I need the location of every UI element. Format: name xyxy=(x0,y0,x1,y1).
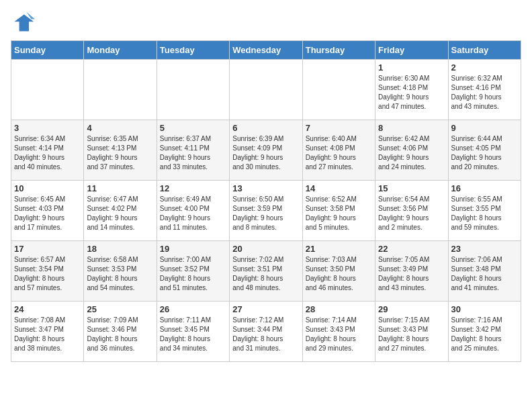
day-info: Sunrise: 7:06 AM Sunset: 3:48 PM Dayligh… xyxy=(451,255,518,293)
day-info: Sunrise: 7:11 AM Sunset: 3:45 PM Dayligh… xyxy=(160,316,226,353)
day-info: Sunrise: 6:52 AM Sunset: 3:58 PM Dayligh… xyxy=(306,195,372,232)
day-number: 18 xyxy=(87,244,153,254)
logo-icon xyxy=(11,11,35,35)
day-number: 27 xyxy=(232,304,299,314)
calendar-cell xyxy=(302,60,375,120)
calendar-cell: 3Sunrise: 6:34 AM Sunset: 4:14 PM Daylig… xyxy=(11,120,84,181)
day-info: Sunrise: 6:47 AM Sunset: 4:02 PM Dayligh… xyxy=(87,195,153,232)
day-number: 6 xyxy=(232,123,299,133)
calendar-cell: 26Sunrise: 7:11 AM Sunset: 3:45 PM Dayli… xyxy=(157,302,229,362)
day-info: Sunrise: 6:57 AM Sunset: 3:54 PM Dayligh… xyxy=(14,255,81,293)
day-number: 26 xyxy=(160,304,226,314)
calendar-cell: 4Sunrise: 6:35 AM Sunset: 4:13 PM Daylig… xyxy=(84,120,157,181)
weekday-header-sunday: Sunday xyxy=(11,41,84,60)
calendar-cell: 9Sunrise: 6:44 AM Sunset: 4:05 PM Daylig… xyxy=(448,120,521,181)
day-info: Sunrise: 6:32 AM Sunset: 4:16 PM Dayligh… xyxy=(451,74,518,111)
day-info: Sunrise: 7:05 AM Sunset: 3:49 PM Dayligh… xyxy=(378,255,445,293)
calendar-cell: 15Sunrise: 6:54 AM Sunset: 3:56 PM Dayli… xyxy=(375,181,448,241)
day-number: 11 xyxy=(87,183,153,193)
calendar-cell: 8Sunrise: 6:42 AM Sunset: 4:06 PM Daylig… xyxy=(375,120,448,181)
logo xyxy=(11,11,38,35)
calendar-cell: 5Sunrise: 6:37 AM Sunset: 4:11 PM Daylig… xyxy=(157,120,229,181)
weekday-header-thursday: Thursday xyxy=(302,41,375,60)
day-number: 1 xyxy=(378,62,445,73)
day-number: 14 xyxy=(306,183,372,193)
day-number: 13 xyxy=(232,183,299,193)
day-info: Sunrise: 6:50 AM Sunset: 3:59 PM Dayligh… xyxy=(232,195,299,232)
day-number: 23 xyxy=(451,244,518,254)
calendar-header-row: SundayMondayTuesdayWednesdayThursdayFrid… xyxy=(11,41,521,60)
day-number: 10 xyxy=(14,183,81,193)
day-info: Sunrise: 6:54 AM Sunset: 3:56 PM Dayligh… xyxy=(378,195,445,232)
day-number: 17 xyxy=(14,244,81,254)
calendar-cell: 29Sunrise: 7:15 AM Sunset: 3:43 PM Dayli… xyxy=(375,302,448,362)
day-number: 5 xyxy=(160,123,226,133)
calendar-cell: 11Sunrise: 6:47 AM Sunset: 4:02 PM Dayli… xyxy=(84,181,157,241)
calendar-cell: 12Sunrise: 6:49 AM Sunset: 4:00 PM Dayli… xyxy=(157,181,229,241)
day-info: Sunrise: 6:44 AM Sunset: 4:05 PM Dayligh… xyxy=(451,134,518,172)
day-number: 28 xyxy=(306,304,372,314)
calendar-cell: 6Sunrise: 6:39 AM Sunset: 4:09 PM Daylig… xyxy=(230,120,302,181)
day-number: 15 xyxy=(378,183,445,193)
calendar-cell: 23Sunrise: 7:06 AM Sunset: 3:48 PM Dayli… xyxy=(448,241,521,302)
day-info: Sunrise: 7:09 AM Sunset: 3:46 PM Dayligh… xyxy=(87,316,153,353)
calendar-week-row: 24Sunrise: 7:08 AM Sunset: 3:47 PM Dayli… xyxy=(11,302,521,362)
day-info: Sunrise: 6:40 AM Sunset: 4:08 PM Dayligh… xyxy=(306,134,372,172)
day-number: 16 xyxy=(451,183,518,193)
day-info: Sunrise: 6:35 AM Sunset: 4:13 PM Dayligh… xyxy=(87,134,153,172)
calendar-cell: 28Sunrise: 7:14 AM Sunset: 3:43 PM Dayli… xyxy=(302,302,375,362)
day-info: Sunrise: 7:02 AM Sunset: 3:51 PM Dayligh… xyxy=(232,255,299,293)
calendar-week-row: 1Sunrise: 6:30 AM Sunset: 4:18 PM Daylig… xyxy=(11,60,521,120)
calendar-cell: 14Sunrise: 6:52 AM Sunset: 3:58 PM Dayli… xyxy=(302,181,375,241)
calendar-cell: 13Sunrise: 6:50 AM Sunset: 3:59 PM Dayli… xyxy=(230,181,302,241)
calendar-cell: 30Sunrise: 7:16 AM Sunset: 3:42 PM Dayli… xyxy=(448,302,521,362)
weekday-header-tuesday: Tuesday xyxy=(157,41,229,60)
day-number: 2 xyxy=(451,62,518,73)
calendar-cell: 20Sunrise: 7:02 AM Sunset: 3:51 PM Dayli… xyxy=(230,241,302,302)
calendar-cell: 7Sunrise: 6:40 AM Sunset: 4:08 PM Daylig… xyxy=(302,120,375,181)
calendar-cell: 22Sunrise: 7:05 AM Sunset: 3:49 PM Dayli… xyxy=(375,241,448,302)
calendar-cell xyxy=(11,60,84,120)
day-number: 25 xyxy=(87,304,153,314)
day-info: Sunrise: 6:37 AM Sunset: 4:11 PM Dayligh… xyxy=(160,134,226,172)
day-info: Sunrise: 7:14 AM Sunset: 3:43 PM Dayligh… xyxy=(306,316,372,353)
weekday-header-saturday: Saturday xyxy=(448,41,521,60)
day-info: Sunrise: 6:45 AM Sunset: 4:03 PM Dayligh… xyxy=(14,195,81,232)
day-number: 8 xyxy=(378,123,445,133)
calendar-cell: 2Sunrise: 6:32 AM Sunset: 4:16 PM Daylig… xyxy=(448,60,521,120)
calendar-week-row: 10Sunrise: 6:45 AM Sunset: 4:03 PM Dayli… xyxy=(11,181,521,241)
calendar-cell: 16Sunrise: 6:55 AM Sunset: 3:55 PM Dayli… xyxy=(448,181,521,241)
day-info: Sunrise: 6:39 AM Sunset: 4:09 PM Dayligh… xyxy=(232,134,299,172)
day-info: Sunrise: 7:03 AM Sunset: 3:50 PM Dayligh… xyxy=(306,255,372,293)
page-header xyxy=(11,11,521,35)
calendar-cell xyxy=(230,60,302,120)
day-number: 29 xyxy=(378,304,445,314)
calendar-week-row: 3Sunrise: 6:34 AM Sunset: 4:14 PM Daylig… xyxy=(11,120,521,181)
weekday-header-wednesday: Wednesday xyxy=(230,41,302,60)
day-info: Sunrise: 6:55 AM Sunset: 3:55 PM Dayligh… xyxy=(451,195,518,232)
calendar-cell: 17Sunrise: 6:57 AM Sunset: 3:54 PM Dayli… xyxy=(11,241,84,302)
calendar-cell: 21Sunrise: 7:03 AM Sunset: 3:50 PM Dayli… xyxy=(302,241,375,302)
calendar-week-row: 17Sunrise: 6:57 AM Sunset: 3:54 PM Dayli… xyxy=(11,241,521,302)
day-number: 21 xyxy=(306,244,372,254)
weekday-header-friday: Friday xyxy=(375,41,448,60)
day-info: Sunrise: 6:42 AM Sunset: 4:06 PM Dayligh… xyxy=(378,134,445,172)
day-info: Sunrise: 6:30 AM Sunset: 4:18 PM Dayligh… xyxy=(378,74,445,111)
calendar-cell: 10Sunrise: 6:45 AM Sunset: 4:03 PM Dayli… xyxy=(11,181,84,241)
calendar-cell xyxy=(84,60,157,120)
day-number: 20 xyxy=(232,244,299,254)
day-number: 22 xyxy=(378,244,445,254)
day-number: 3 xyxy=(14,123,81,133)
calendar-cell xyxy=(157,60,229,120)
day-number: 7 xyxy=(306,123,372,133)
calendar-cell: 25Sunrise: 7:09 AM Sunset: 3:46 PM Dayli… xyxy=(84,302,157,362)
day-number: 30 xyxy=(451,304,518,314)
day-info: Sunrise: 7:15 AM Sunset: 3:43 PM Dayligh… xyxy=(378,316,445,353)
day-info: Sunrise: 6:34 AM Sunset: 4:14 PM Dayligh… xyxy=(14,134,81,172)
calendar-cell: 27Sunrise: 7:12 AM Sunset: 3:44 PM Dayli… xyxy=(230,302,302,362)
day-info: Sunrise: 7:08 AM Sunset: 3:47 PM Dayligh… xyxy=(14,316,81,353)
day-info: Sunrise: 7:12 AM Sunset: 3:44 PM Dayligh… xyxy=(232,316,299,353)
day-number: 4 xyxy=(87,123,153,133)
calendar-cell: 1Sunrise: 6:30 AM Sunset: 4:18 PM Daylig… xyxy=(375,60,448,120)
day-info: Sunrise: 6:58 AM Sunset: 3:53 PM Dayligh… xyxy=(87,255,153,293)
